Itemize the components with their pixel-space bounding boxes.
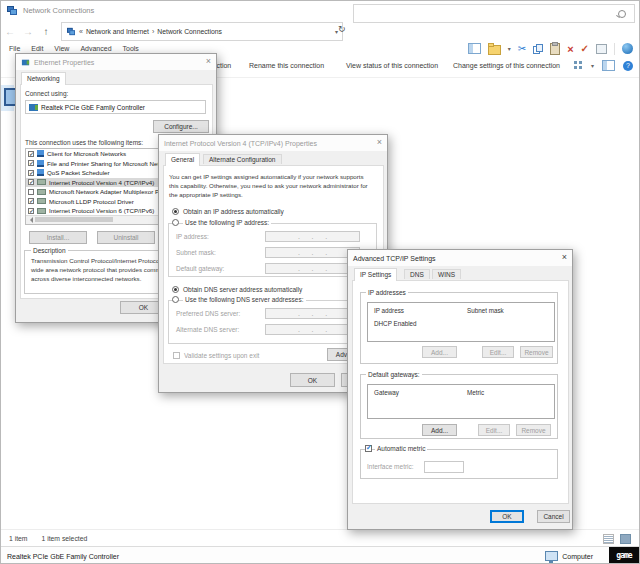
details-view-icon[interactable] [603,534,614,544]
interface-metric-input[interactable] [424,461,464,473]
up-icon[interactable]: ↑ [37,26,55,37]
validate-checkbox[interactable] [173,352,180,359]
cmd-rename-connection[interactable]: Rename this connection [249,62,324,69]
preferred-dns-input[interactable] [265,308,360,319]
item-checkbox[interactable] [28,189,34,195]
use-ip-radio[interactable] [172,219,179,226]
forward-icon[interactable]: → [19,26,37,37]
rename-check-icon[interactable]: ✓ [581,44,589,54]
cut-icon[interactable]: ✂ [518,43,526,54]
computer-label: Computer [562,553,593,560]
ip-add-button[interactable]: Add... [422,346,457,358]
help-icon[interactable]: ? [623,61,633,71]
alternate-dns-input[interactable] [265,324,360,335]
search-box [353,4,635,23]
thumbnail-view-icon[interactable] [620,534,631,544]
cmd-view-status[interactable]: View status of this connection [346,62,438,69]
menu-view[interactable]: View [54,45,69,52]
item-checkbox[interactable] [28,179,34,185]
ethernet-dialog-close-icon[interactable]: × [206,56,211,66]
item-checkbox[interactable] [28,208,34,214]
subnet-mask-input[interactable] [265,247,360,258]
search-input[interactable] [354,5,618,22]
default-gateway-label: Default gateway: [176,265,224,272]
view-options-dropdown-icon[interactable]: ▾ [591,62,594,69]
ethernet-dialog-title: Ethernet Properties [34,59,94,66]
client-service-icon [37,160,44,167]
tab-dns[interactable]: DNS [404,269,430,279]
menu-edit[interactable]: Edit [31,45,43,52]
network-connections-app-icon [7,6,17,15]
gateways-list[interactable]: Gateway Metric [367,384,555,419]
item-checkbox[interactable] [28,151,34,157]
scroll-left-icon[interactable] [27,217,33,223]
subnet-mask-column: Subnet mask [467,307,504,314]
paste-icon[interactable] [550,43,560,55]
subnet-mask-label: Subnet mask: [176,249,216,256]
advanced-dialog-close-icon[interactable]: × [562,252,567,262]
item-checkbox[interactable] [28,160,34,166]
ipv4-ok-button[interactable]: OK [290,373,335,387]
new-folder-dropdown-icon[interactable]: ▾ [508,45,511,52]
ipv4-dialog-close-icon[interactable]: × [377,137,382,147]
tab-networking[interactable]: Networking [21,72,66,85]
automatic-metric-checkbox[interactable] [365,445,372,452]
address-bar[interactable]: « Network and Internet › Network Connect… [61,22,343,41]
item-label: Client for Microsoft Networks [47,150,126,157]
default-gateway-input[interactable] [265,263,360,274]
view-options-icon[interactable] [574,61,583,70]
preview-pane-icon[interactable] [468,43,481,54]
ip-edit-button[interactable]: Edit... [482,346,514,358]
ip-remove-button[interactable]: Remove [520,346,553,358]
gateway-add-button[interactable]: Add... [422,424,457,436]
adapter-icon [29,104,38,111]
item-label: Internet Protocol Version 4 (TCP/IPv4) [49,179,154,186]
cmd-change-settings[interactable]: Change settings of this connection [453,62,560,69]
tab-alternate-configuration[interactable]: Alternate Configuration [203,154,282,164]
status-bar: 1 item 1 item selected [1,529,639,547]
properties-icon[interactable] [596,44,607,54]
uninstall-button[interactable]: Uninstall [97,231,155,244]
configure-button[interactable]: Configure... [153,120,209,133]
obtain-ip-radio[interactable] [172,208,179,215]
item-checkbox[interactable] [28,170,34,176]
advanced-cancel-button[interactable]: Cancel [537,510,570,523]
ip-address-label: IP address: [176,233,209,240]
breadcrumb-current[interactable]: Network Connections [157,28,222,35]
refresh-icon[interactable]: ↻ [338,24,346,34]
ip-addresses-list[interactable]: IP address Subnet mask DHCP Enabled [367,302,555,342]
gateway-remove-button[interactable]: Remove [516,424,551,436]
tab-ip-settings[interactable]: IP Settings [354,268,397,281]
breadcrumb-parent[interactable]: Network and Internet [86,28,149,35]
scrollbar-thumb[interactable] [35,217,113,222]
search-icon [618,10,626,18]
item-count: 1 item [9,535,28,542]
use-dns-radio[interactable] [172,296,179,303]
install-button[interactable]: Install... [29,231,87,244]
menu-file[interactable]: File [9,45,20,52]
automatic-metric-label: Automatic metric [375,445,427,452]
gateway-edit-button[interactable]: Edit... [478,424,510,436]
delete-icon[interactable]: × [567,44,573,54]
new-folder-icon[interactable] [488,45,501,55]
item-label: QoS Packet Scheduler [47,169,110,176]
help-sphere-icon[interactable] [622,43,633,54]
dhcp-enabled-row[interactable]: DHCP Enabled [374,320,417,327]
ip-address-input[interactable] [265,231,360,242]
copy-icon[interactable] [533,44,543,54]
menu-advanced[interactable]: Advanced [80,45,111,52]
preview-pane-toggle-icon[interactable] [602,60,615,71]
ethernet-connection-tile[interactable] [1,85,14,111]
menu-tools[interactable]: Tools [123,45,139,52]
client-service-icon [37,150,44,157]
back-icon[interactable]: ← [1,26,19,37]
breadcrumb-separator: › [152,28,154,35]
toolbar-divider [614,43,615,55]
advanced-ok-button[interactable]: OK [490,510,524,523]
item-checkbox[interactable] [28,198,34,204]
ethernet-dialog-titlebar: Ethernet Properties [16,54,216,70]
obtain-dns-radio[interactable] [172,286,179,293]
tab-wins[interactable]: WINS [432,269,461,279]
tab-general[interactable]: General [165,153,200,166]
obtain-ip-label: Obtain an IP address automatically [183,208,284,215]
